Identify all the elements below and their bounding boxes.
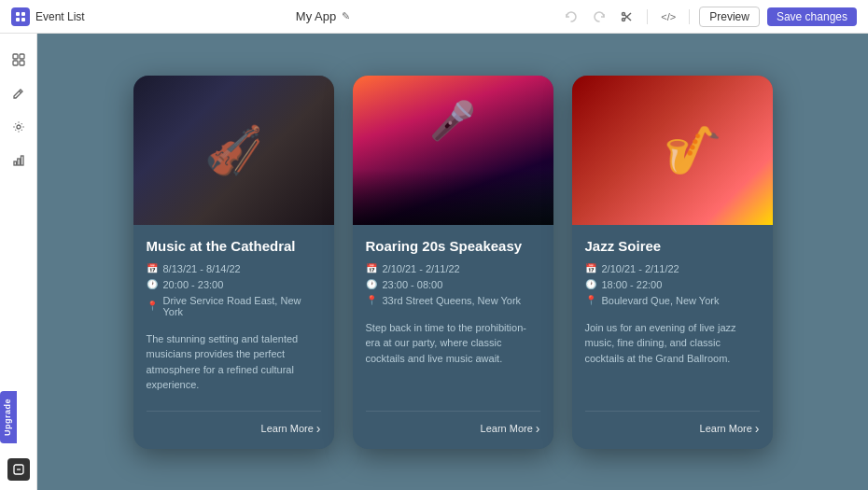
card-body-3: Jazz Soiree 📅 2/10/21 - 2/11/22 🕐 18:00 … [572,225,773,449]
card-body-1: Music at the Cathedral 📅 8/13/21 - 8/14/… [133,225,334,449]
card-date-3: 📅 2/10/21 - 2/11/22 [585,263,760,274]
card-image-3 [572,76,773,225]
clock-icon: 🕐 [585,279,596,289]
svg-rect-10 [13,61,18,65]
bottom-left-icon[interactable] [7,458,30,481]
undo-button[interactable] [561,8,581,25]
sidebar-icon-grid[interactable] [4,45,34,75]
learn-more-1[interactable]: Learn More [261,421,321,436]
top-bar-center: My App ✎ [296,9,350,23]
card-location-3: 📍 Boulevard Que, New York [585,295,760,306]
svg-rect-16 [21,156,23,165]
event-card-2: Roaring 20s Speakeasy 📅 2/10/21 - 2/11/2… [353,76,553,449]
event-card-3: Jazz Soiree 📅 2/10/21 - 2/11/22 🕐 18:00 … [572,76,773,449]
card-description-1: The stunning setting and talented musici… [147,331,321,398]
sidebar-icon-edit[interactable] [4,78,34,108]
svg-rect-11 [20,61,24,65]
card-title-3: Jazz Soiree [585,238,760,254]
main-content: Music at the Cathedral 📅 8/13/21 - 8/14/… [37,34,868,490]
svg-rect-0 [16,12,20,16]
upgrade-badge[interactable]: Upgrade [0,391,17,443]
svg-rect-8 [13,54,18,59]
location-icon: 📍 [366,295,377,305]
sidebar-icon-settings[interactable] [4,112,34,142]
scissors-button[interactable] [617,8,637,25]
app-icon [11,7,30,26]
svg-rect-3 [21,18,25,21]
app-title: Event List [35,10,85,23]
card-time-3: 🕐 18:00 - 22:00 [585,279,760,290]
svg-point-13 [17,125,21,129]
card-location-2: 📍 33rd Street Queens, New York [366,295,540,306]
svg-rect-15 [17,159,20,165]
clock-icon: 🕐 [366,279,377,289]
card-date-2: 📅 2/10/21 - 2/11/22 [366,263,540,274]
card-footer-3: Learn More [585,411,760,436]
card-location-1: 📍 Drive Service Road East, New York [147,295,321,317]
toolbar-divider [647,9,648,24]
top-bar: Event List My App ✎ [0,0,868,34]
card-description-2: Step back in time to the prohibition-era… [366,320,540,398]
svg-rect-14 [14,161,17,165]
svg-rect-2 [16,18,20,21]
sidebar-icon-chart[interactable] [4,146,34,175]
card-date-1: 📅 8/13/21 - 8/14/22 [147,263,321,274]
learn-more-2[interactable]: Learn More [481,421,540,436]
card-title-2: Roaring 20s Speakeasy [366,238,540,254]
svg-rect-1 [21,12,25,16]
top-bar-right: </> Preview Save changes [561,7,857,27]
card-footer-2: Learn More [366,411,540,436]
location-icon: 📍 [147,301,158,311]
card-time-1: 🕐 20:00 - 23:00 [147,279,321,290]
redo-button[interactable] [589,8,609,25]
card-description-3: Join us for an evening of live jazz musi… [585,320,760,398]
preview-button[interactable]: Preview [699,7,760,27]
card-image-2 [353,76,553,225]
learn-more-3[interactable]: Learn More [700,421,760,436]
svg-line-12 [19,91,21,93]
location-icon: 📍 [585,295,596,305]
save-button[interactable]: Save changes [767,7,857,26]
toolbar-divider-2 [689,9,690,24]
calendar-icon: 📅 [147,263,158,273]
svg-rect-9 [20,54,24,59]
center-title: My App [296,9,336,23]
card-body-2: Roaring 20s Speakeasy 📅 2/10/21 - 2/11/2… [353,225,553,449]
event-card-1: Music at the Cathedral 📅 8/13/21 - 8/14/… [133,76,334,449]
clock-icon: 🕐 [147,279,158,289]
card-footer-1: Learn More [147,411,321,436]
calendar-icon: 📅 [585,263,596,273]
card-time-2: 🕐 23:00 - 08:00 [366,279,540,290]
calendar-icon: 📅 [366,263,377,273]
card-title-1: Music at the Cathedral [147,238,321,254]
edit-title-icon[interactable]: ✎ [342,10,350,22]
code-button[interactable]: </> [657,9,679,24]
top-bar-left: Event List [11,7,85,26]
card-image-1 [133,76,334,225]
